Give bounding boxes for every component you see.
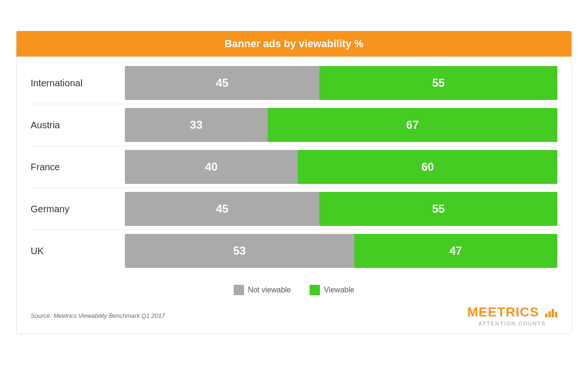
logo-bars-icon bbox=[545, 309, 557, 317]
bar-row: Germany4555 bbox=[31, 192, 557, 230]
bar-row: France4060 bbox=[31, 150, 557, 188]
row-label: Austria bbox=[31, 120, 125, 131]
chart-container: Banner ads by viewability % Internationa… bbox=[16, 31, 572, 334]
logo-area: MEETRICS ATTENTION COUNTS bbox=[467, 305, 557, 326]
legend-label: Viewable bbox=[324, 286, 354, 294]
not-viewable-segment: 53 bbox=[125, 234, 354, 268]
chart-body: International4555Austria3367France4060Ge… bbox=[16, 57, 572, 280]
bar-track: 3367 bbox=[125, 108, 557, 142]
bar-track: 4555 bbox=[125, 66, 557, 100]
not-viewable-segment: 40 bbox=[125, 150, 298, 184]
viewable-segment: 47 bbox=[354, 234, 557, 268]
not-viewable-segment: 33 bbox=[125, 108, 268, 142]
viewable-segment: 55 bbox=[319, 192, 557, 226]
viewable-segment: 60 bbox=[298, 150, 557, 184]
row-label: France bbox=[31, 162, 125, 173]
bar-row: International4555 bbox=[31, 66, 557, 104]
footer-row: Source: Meetrics Viewability Benchmark Q… bbox=[16, 302, 572, 334]
row-label: Germany bbox=[31, 204, 125, 215]
legend-swatch-icon bbox=[234, 285, 244, 295]
bar-track: 4060 bbox=[125, 150, 557, 184]
source-text: Source: Meetrics Viewability Benchmark Q… bbox=[31, 312, 165, 319]
bar-track: 4555 bbox=[125, 192, 557, 226]
bar-row: Austria3367 bbox=[31, 108, 557, 146]
logo-tagline: ATTENTION COUNTS bbox=[479, 321, 546, 326]
legend-swatch-icon bbox=[310, 285, 320, 295]
not-viewable-segment: 45 bbox=[125, 66, 319, 100]
bar-track: 5347 bbox=[125, 234, 557, 268]
viewable-segment: 55 bbox=[319, 66, 557, 100]
legend-label: Not viewable bbox=[248, 286, 291, 294]
row-label: International bbox=[31, 78, 125, 89]
legend-area: Not viewableViewable bbox=[16, 280, 572, 302]
bar-row: UK5347 bbox=[31, 234, 557, 272]
legend-item: Not viewable bbox=[234, 285, 291, 295]
logo-text: MEETRICS bbox=[467, 305, 557, 320]
viewable-segment: 67 bbox=[268, 108, 557, 142]
legend-item: Viewable bbox=[310, 285, 354, 295]
not-viewable-segment: 45 bbox=[125, 192, 319, 226]
row-label: UK bbox=[31, 246, 125, 257]
chart-title: Banner ads by viewability % bbox=[16, 31, 572, 57]
